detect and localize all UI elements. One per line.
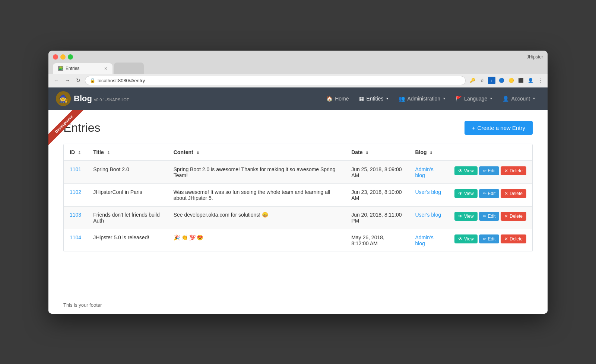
nav-entities-label: Entities	[366, 96, 383, 102]
admin-caret-icon: ▾	[443, 96, 445, 100]
cell-content-1103: See developer.okta.com for solutions! 😀	[168, 206, 345, 229]
cell-blog-1103[interactable]: User's blog	[409, 206, 448, 229]
delete-button-1104[interactable]: ✕ Delete	[501, 234, 526, 243]
cell-title-1104: JHipster 5.0 is released!	[87, 229, 168, 252]
view-button-1104[interactable]: 👁 View	[454, 234, 478, 243]
edit-icon-1102: ✏	[483, 191, 486, 196]
cell-id-1102[interactable]: 1102	[64, 183, 87, 206]
table-header: ID ⇕ Title ⇕ Content ⇕	[64, 144, 532, 161]
language-caret-icon: ▾	[490, 96, 492, 100]
col-id-label: ID	[70, 149, 75, 155]
page-title: Entries	[63, 121, 101, 135]
cell-id-1101[interactable]: 1101	[64, 161, 87, 184]
entries-table: ID ⇕ Title ⇕ Content ⇕	[64, 144, 532, 252]
menu-button[interactable]: ⋮	[536, 77, 544, 84]
key-icon: 🔑	[469, 77, 476, 84]
app-content: 🧙 Blog v0.0.1-SNAPSHOT 🏠 Home ▦ Entities…	[48, 87, 548, 314]
account-caret-icon: ▾	[533, 96, 535, 100]
col-blog[interactable]: Blog ⇕	[409, 144, 448, 161]
col-blog-label: Blog	[415, 149, 427, 155]
delete-icon-1101: ✕	[504, 168, 508, 173]
col-id[interactable]: ID ⇕	[64, 144, 87, 161]
nav-admin-label: Administration	[407, 96, 440, 102]
ext-icon-3[interactable]: 🟡	[507, 77, 515, 84]
brand-name-group: Blog v0.0.1-SNAPSHOT	[74, 94, 129, 103]
cell-actions-1101: 👁 View ✏ Edit ✕ Delete	[448, 161, 532, 184]
cell-id-1103[interactable]: 1103	[64, 206, 87, 229]
col-date[interactable]: Date ⇕	[345, 144, 409, 161]
col-content[interactable]: Content ⇕	[168, 144, 345, 161]
browser-dots	[53, 54, 73, 60]
close-dot[interactable]	[53, 54, 58, 60]
account-icon: 👤	[503, 96, 509, 102]
home-icon: 🏠	[326, 96, 333, 102]
create-entry-label: Create a new Entry	[478, 125, 525, 131]
col-content-label: Content	[174, 149, 193, 155]
table-body: 1101 Spring Boot 2.0 Spring Boot 2.0 is …	[64, 161, 532, 252]
table-row: 1104 JHipster 5.0 is released! 🎉 👏 💯 😍 M…	[64, 229, 532, 252]
ext-icon-2[interactable]: 🔵	[498, 77, 505, 84]
star-icon[interactable]: ☆	[478, 77, 486, 84]
create-entry-button[interactable]: + Create a new Entry	[465, 121, 533, 135]
edit-button-1104[interactable]: ✏ Edit	[479, 234, 500, 243]
address-bar[interactable]: 🔒 localhost:8080/#/entry	[85, 76, 466, 85]
new-tab-area[interactable]	[114, 63, 144, 74]
nav-entities[interactable]: ▦ Entities ▾	[354, 87, 393, 110]
nav-language[interactable]: 🚩 Language ▾	[450, 87, 497, 110]
nav-administration[interactable]: 👥 Administration ▾	[393, 87, 450, 110]
col-date-label: Date	[351, 149, 362, 155]
create-plus-icon: +	[472, 125, 475, 131]
cell-actions-1102: 👁 View ✏ Edit ✕ Delete	[448, 183, 532, 206]
edit-button-1101[interactable]: ✏ Edit	[479, 166, 500, 175]
col-date-sort-icon: ⇕	[365, 151, 368, 155]
nav-account[interactable]: 👤 Account ▾	[497, 87, 540, 110]
delete-button-1102[interactable]: ✕ Delete	[501, 189, 526, 198]
col-blog-sort-icon: ⇕	[429, 151, 432, 155]
cell-title-1103: Friends don't let friends build Auth	[87, 206, 168, 229]
maximize-dot[interactable]	[68, 54, 73, 60]
edit-button-1102[interactable]: ✏ Edit	[479, 189, 500, 198]
delete-button-1103[interactable]: ✕ Delete	[501, 212, 526, 221]
delete-icon-1104: ✕	[504, 236, 508, 242]
refresh-button[interactable]: ↻	[74, 77, 82, 84]
ext-icon-5[interactable]: 👤	[527, 77, 534, 84]
view-icon-1101: 👁	[458, 168, 463, 173]
cell-id-1104[interactable]: 1104	[64, 229, 87, 252]
nav-home[interactable]: 🏠 Home	[321, 87, 354, 110]
url-text: localhost:8080/#/entry	[98, 78, 145, 83]
browser-chrome: JHipster 🧩 Entries ×	[48, 51, 548, 74]
nav-language-label: Language	[464, 96, 487, 102]
cell-content-1102: Was awesome! It was so fun seeing the wh…	[168, 183, 345, 206]
tab-label: Entries	[66, 66, 79, 71]
col-title[interactable]: Title ⇕	[87, 144, 168, 161]
back-button[interactable]: ←	[52, 77, 60, 84]
browser-tabs: 🧩 Entries ×	[53, 63, 543, 74]
cell-blog-1101[interactable]: Admin's blog	[409, 161, 448, 184]
table-row: 1103 Friends don't let friends build Aut…	[64, 206, 532, 229]
ext-icon-4[interactable]: ⬛	[517, 77, 524, 84]
delete-button-1101[interactable]: ✕ Delete	[501, 166, 526, 175]
navbar-brand[interactable]: 🧙 Blog v0.0.1-SNAPSHOT	[56, 91, 129, 106]
view-button-1103[interactable]: 👁 View	[454, 212, 478, 221]
page-header: Entries + Create a new Entry	[63, 121, 533, 135]
table-row: 1101 Spring Boot 2.0 Spring Boot 2.0 is …	[64, 161, 532, 184]
cell-date-1102: Jun 23, 2018, 8:10:00 AM	[345, 183, 409, 206]
entities-icon: ▦	[359, 96, 364, 102]
tab-close-button[interactable]: ×	[104, 66, 107, 71]
view-button-1101[interactable]: 👁 View	[454, 166, 478, 175]
view-button-1102[interactable]: 👁 View	[454, 189, 478, 198]
ext-icon-1[interactable]: i	[488, 77, 495, 84]
minimize-dot[interactable]	[60, 54, 66, 60]
edit-icon-1104: ✏	[483, 236, 486, 242]
lock-icon: 🔒	[90, 78, 95, 83]
delete-icon-1102: ✕	[504, 191, 508, 196]
col-title-sort-icon: ⇕	[107, 151, 110, 155]
cell-blog-1102[interactable]: User's blog	[409, 183, 448, 206]
active-tab[interactable]: 🧩 Entries ×	[53, 63, 112, 74]
navbar: 🧙 Blog v0.0.1-SNAPSHOT 🏠 Home ▦ Entities…	[48, 87, 548, 110]
admin-icon: 👥	[399, 96, 405, 102]
cell-blog-1104[interactable]: Admin's blog	[409, 229, 448, 252]
edit-button-1103[interactable]: ✏ Edit	[479, 212, 500, 221]
toolbar-icons: 🔑 ☆ i 🔵 🟡 ⬛ 👤 ⋮	[469, 77, 544, 84]
forward-button[interactable]: →	[63, 77, 72, 84]
